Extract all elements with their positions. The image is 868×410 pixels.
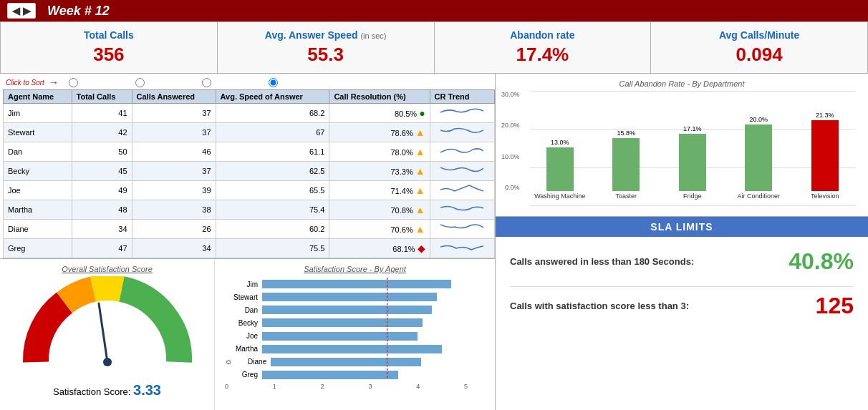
sla-section: SLA LIMITS Calls answered in less than 1… — [496, 217, 868, 410]
app-header: ◀ ▶ Week # 12 — [0, 0, 868, 21]
status-icon-orange: ▲ — [415, 185, 425, 196]
table-row: Joe 49 39 65.5 71.4% ▲ — [4, 181, 495, 200]
kpi-abandon-rate: Abandon rate 17.4% — [435, 22, 652, 73]
cell-answered: 39 — [132, 181, 216, 200]
sat-bar-fill — [262, 293, 437, 301]
cell-speed: 75.5 — [216, 239, 329, 258]
h-grid-line — [530, 205, 855, 206]
cell-name: Greg — [4, 239, 72, 258]
cell-answered: 37 — [132, 162, 216, 181]
cell-name: Martha — [4, 200, 72, 220]
sparkline — [440, 163, 483, 177]
week-title: Week # 12 — [47, 4, 110, 19]
abandon-bar-group: 15.8% — [596, 130, 657, 191]
kpi-avg-answer-speed-value: 55.3 — [223, 44, 428, 66]
cell-cr: 78.6% ▲ — [329, 123, 430, 142]
kpi-abandon-rate-label: Abandon rate — [440, 29, 645, 41]
cell-cr: 71.4% ▲ — [329, 181, 430, 200]
cell-cr: 73.3% ▲ — [329, 162, 430, 181]
cell-cr: 70.8% ▲ — [329, 200, 430, 220]
table-row: Diane 34 26 60.2 70.6% ▲ — [4, 220, 495, 239]
right-panel: Call Abandon Rate - By Department 30.0% … — [496, 74, 868, 410]
col-agent-name[interactable]: Agent Name — [4, 90, 72, 104]
kpi-total-calls-label: Total Calls — [6, 29, 211, 41]
kpi-avg-answer-speed: Avg. Answer Speed (in sec) 55.3 — [218, 22, 435, 73]
sat-bar-fill — [262, 280, 451, 288]
cell-answered: 46 — [132, 142, 216, 162]
sparkline — [440, 144, 483, 158]
col-calls-answered[interactable]: Calls Answered — [132, 90, 216, 104]
cell-name: Jim — [4, 104, 72, 123]
main-content: Click to Sort → Agent Name Total Calls C… — [0, 74, 868, 410]
sat-bar-row: Joe — [225, 331, 468, 342]
sla-text-0: Calls answered in less than 180 Seconds: — [510, 256, 774, 267]
abandon-bar-pct-label: 15.8% — [617, 130, 636, 137]
cell-cr: 68.1% ◆ — [329, 239, 430, 258]
sat-bar-row: Stewart — [225, 291, 468, 303]
sat-bar-row: Greg — [225, 369, 468, 381]
status-icon-green: ● — [419, 107, 425, 119]
cell-trend — [430, 200, 494, 220]
sla-value-1: 125 — [816, 293, 854, 319]
cell-trend — [430, 162, 494, 181]
satisfaction-bar-section: Satisfaction Score - By Agent JimStewart… — [215, 259, 495, 410]
sparkline — [440, 105, 483, 119]
abandon-bar-xlabel: Toaster — [596, 191, 657, 200]
cell-trend — [430, 220, 494, 239]
abandon-bar-xlabel: Fridge — [662, 191, 723, 200]
cell-total: 47 — [72, 239, 132, 258]
status-icon-orange: ▲ — [415, 127, 425, 138]
cell-name: Diane — [4, 220, 72, 239]
sat-bar-fill — [262, 332, 418, 341]
next-week-button[interactable]: ▶ — [23, 5, 31, 16]
sla-content: Calls answered in less than 180 Seconds:… — [496, 237, 868, 342]
abandon-bar-fill — [546, 147, 574, 191]
status-icon-orange: ▲ — [415, 223, 425, 235]
cell-trend — [430, 104, 494, 123]
kpi-total-calls-value: 356 — [6, 44, 211, 66]
sort-radio-3[interactable] — [202, 78, 211, 87]
abandon-bar-pct-label: 20.0% — [750, 116, 768, 123]
abandon-bar-pct-label: 21.3% — [816, 112, 834, 119]
sparkline — [440, 240, 483, 255]
status-icon-orange: ▲ — [415, 146, 425, 157]
abandon-chart-section: Call Abandon Rate - By Department 30.0% … — [496, 74, 868, 217]
cell-speed: 65.5 — [216, 181, 329, 200]
cell-answered: 38 — [132, 200, 216, 220]
col-cr[interactable]: Call Resolution (%) — [329, 90, 430, 104]
svg-point-1 — [103, 358, 112, 366]
cell-cr: 78.0% ▲ — [329, 142, 430, 162]
kpi-total-calls: Total Calls 356 — [1, 22, 218, 73]
cell-total: 45 — [72, 162, 132, 181]
sla-divider — [510, 286, 854, 287]
cell-total: 34 — [72, 220, 132, 239]
satisfaction-bar-title: Satisfaction Score - By Agent — [221, 265, 489, 273]
abandon-chart-body: 30.0% 20.0% 10.0% 0.0% 13.0%15.8%17.1%20… — [501, 91, 862, 205]
cell-speed: 60.2 — [216, 220, 329, 239]
sat-bar-agent-label: Becky — [225, 319, 258, 327]
agent-table: Agent Name Total Calls Calls Answered Av… — [3, 89, 495, 258]
sat-bar-fill — [262, 306, 432, 314]
sla-value-0: 40.8% — [789, 248, 854, 275]
col-trend[interactable]: CR Trend — [430, 90, 494, 104]
week-navigator[interactable]: ◀ ▶ — [7, 3, 36, 19]
sat-bar-agent-label: Jim — [225, 280, 258, 288]
abandon-y-axis: 30.0% 20.0% 10.0% 0.0% — [501, 91, 523, 191]
sat-bar-area: JimStewartDanBeckyJoeMartha☺DianeGreg 01… — [225, 278, 489, 392]
sort-radio-4[interactable] — [269, 78, 278, 87]
sort-radio-1[interactable] — [69, 78, 78, 87]
sort-radio-2[interactable] — [135, 78, 145, 87]
prev-week-button[interactable]: ◀ — [12, 5, 20, 16]
cell-cr: 80.5% ● — [329, 104, 430, 123]
gauge-svg — [21, 276, 193, 376]
sparkline — [440, 125, 483, 139]
abandon-bar-group: 20.0% — [728, 116, 789, 191]
sla-header: SLA LIMITS — [496, 217, 868, 237]
kpi-abandon-rate-value: 17.4% — [440, 44, 645, 66]
col-avg-speed[interactable]: Avg. Speed of Answer — [216, 90, 329, 104]
abandon-bar-fill — [745, 125, 772, 191]
cell-total: 48 — [72, 200, 132, 220]
sat-bar-agent-label: Dan — [225, 306, 258, 314]
gauge-section: Overall Satisfaction Score Satisf — [0, 259, 215, 410]
col-total-calls[interactable]: Total Calls — [72, 90, 132, 104]
